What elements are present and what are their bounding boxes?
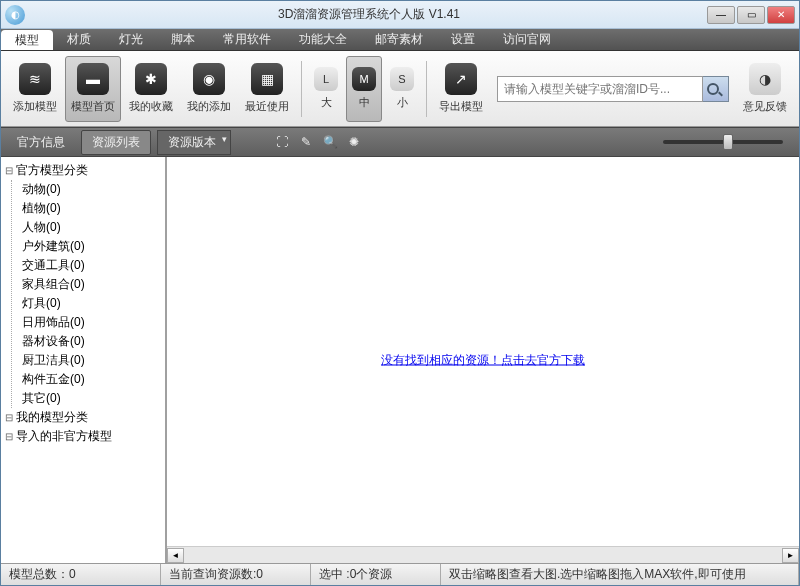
recent-button[interactable]: ▦ 最近使用 xyxy=(239,56,295,122)
titlebar: ◐ 3D溜溜资源管理系统个人版 V1.41 — ▭ ✕ xyxy=(1,1,799,29)
tree-item[interactable]: 灯具(0) xyxy=(20,294,163,313)
toolbar: ≋ 添加模型 ▬ 模型首页 ✱ 我的收藏 ◉ 我的添加 ▦ 最近使用 L 大 M… xyxy=(1,51,799,127)
l-icon: L xyxy=(314,67,338,91)
status-selected: 选中 :0个资源 xyxy=(311,564,441,585)
version-dropdown[interactable]: 资源版本 xyxy=(157,130,231,155)
horizontal-scrollbar[interactable]: ◄ ► xyxy=(167,546,799,563)
export-button[interactable]: ↗ 导出模型 xyxy=(433,56,489,122)
btn-label: 意见反馈 xyxy=(743,99,787,114)
tree-item[interactable]: 植物(0) xyxy=(20,199,163,218)
export-icon: ↗ xyxy=(445,63,477,95)
btn-label: 模型首页 xyxy=(71,99,115,114)
tree-item[interactable]: 日用饰品(0) xyxy=(20,313,163,332)
statusbar: 模型总数：0 当前查询资源数:0 选中 :0个资源 双击缩略图查看大图.选中缩略… xyxy=(1,563,799,585)
window-buttons: — ▭ ✕ xyxy=(707,6,795,24)
btn-label: 添加模型 xyxy=(13,99,57,114)
tree-root-imported[interactable]: 导入的非官方模型 xyxy=(3,427,163,446)
status-hint: 双击缩略图查看大图.选中缩略图拖入MAX软件,即可使用 xyxy=(441,564,799,585)
tree-children: 动物(0) 植物(0) 人物(0) 户外建筑(0) 交通工具(0) 家具组合(0… xyxy=(11,180,163,408)
size-medium-button[interactable]: M 中 xyxy=(346,56,382,122)
menu-tab-settings[interactable]: 设置 xyxy=(437,29,489,50)
feedback-button[interactable]: ◑ 意见反馈 xyxy=(737,56,793,122)
tree-root-official[interactable]: 官方模型分类 xyxy=(3,161,163,180)
s-icon: S xyxy=(390,67,414,91)
scroll-track[interactable] xyxy=(184,548,782,563)
size-large-button[interactable]: L 大 xyxy=(308,56,344,122)
download-link[interactable]: 没有找到相应的资源！点击去官方下载 xyxy=(381,353,585,367)
separator xyxy=(426,61,427,117)
category-sidebar: 官方模型分类 动物(0) 植物(0) 人物(0) 户外建筑(0) 交通工具(0)… xyxy=(1,157,167,563)
main-panel: 没有找到相应的资源！点击去官方下载 ◄ ► xyxy=(167,157,799,563)
btn-label: 最近使用 xyxy=(245,99,289,114)
rss-icon: ≋ xyxy=(19,63,51,95)
search-box xyxy=(497,76,729,102)
tree-root-my[interactable]: 我的模型分类 xyxy=(3,408,163,427)
tree-item[interactable]: 交通工具(0) xyxy=(20,256,163,275)
content-area: 官方模型分类 动物(0) 植物(0) 人物(0) 户外建筑(0) 交通工具(0)… xyxy=(1,157,799,563)
window-title: 3D溜溜资源管理系统个人版 V1.41 xyxy=(31,6,707,23)
tree-item[interactable]: 其它(0) xyxy=(20,389,163,408)
eyedropper-icon[interactable]: ✎ xyxy=(297,133,315,151)
favorites-button[interactable]: ✱ 我的收藏 xyxy=(123,56,179,122)
tree-item[interactable]: 动物(0) xyxy=(20,180,163,199)
maximize-button[interactable]: ▭ xyxy=(737,6,765,24)
menu-tab-website[interactable]: 访问官网 xyxy=(489,29,565,50)
tree-item[interactable]: 人物(0) xyxy=(20,218,163,237)
size-small-button[interactable]: S 小 xyxy=(384,56,420,122)
subtab-resources[interactable]: 资源列表 xyxy=(81,130,151,155)
bluetooth-icon: ✱ xyxy=(135,63,167,95)
tree-item[interactable]: 厨卫洁具(0) xyxy=(20,351,163,370)
my-added-button[interactable]: ◉ 我的添加 xyxy=(181,56,237,122)
menubar: 模型 材质 灯光 脚本 常用软件 功能大全 邮寄素材 设置 访问官网 xyxy=(1,29,799,51)
slider-thumb[interactable] xyxy=(723,134,733,150)
status-query: 当前查询资源数:0 xyxy=(161,564,311,585)
feedback-icon: ◑ xyxy=(749,63,781,95)
search-button[interactable] xyxy=(703,76,729,102)
recent-icon: ▦ xyxy=(251,63,283,95)
separator xyxy=(301,61,302,117)
model-home-button[interactable]: ▬ 模型首页 xyxy=(65,56,121,122)
m-icon: M xyxy=(352,67,376,91)
scroll-right-icon[interactable]: ► xyxy=(782,548,799,563)
menu-tab-functions[interactable]: 功能大全 xyxy=(285,29,361,50)
menu-tab-model[interactable]: 模型 xyxy=(1,30,53,50)
tree-item[interactable]: 户外建筑(0) xyxy=(20,237,163,256)
search-input[interactable] xyxy=(497,76,703,102)
globe-icon: ◉ xyxy=(193,63,225,95)
fullscreen-icon[interactable]: ⛶ xyxy=(273,133,291,151)
btn-label: 我的收藏 xyxy=(129,99,173,114)
add-model-button[interactable]: ≋ 添加模型 xyxy=(7,56,63,122)
sub-toolbar: 官方信息 资源列表 资源版本 ⛶ ✎ 🔍 ✺ xyxy=(1,127,799,157)
tree-item[interactable]: 构件五金(0) xyxy=(20,370,163,389)
btn-label: 导出模型 xyxy=(439,99,483,114)
close-button[interactable]: ✕ xyxy=(767,6,795,24)
menu-tab-software[interactable]: 常用软件 xyxy=(209,29,285,50)
settings-icon[interactable]: ✺ xyxy=(345,133,363,151)
btn-label: 小 xyxy=(397,95,408,110)
subtab-official[interactable]: 官方信息 xyxy=(7,131,75,154)
menu-tab-material[interactable]: 材质 xyxy=(53,29,105,50)
tree-item[interactable]: 家具组合(0) xyxy=(20,275,163,294)
empty-message: 没有找到相应的资源！点击去官方下载 xyxy=(381,352,585,369)
btn-label: 我的添加 xyxy=(187,99,231,114)
btn-label: 中 xyxy=(359,95,370,110)
minimize-button[interactable]: — xyxy=(707,6,735,24)
app-icon: ◐ xyxy=(5,5,25,25)
status-total: 模型总数：0 xyxy=(1,564,161,585)
zoom-slider[interactable] xyxy=(663,140,783,144)
folder-icon: ▬ xyxy=(77,63,109,95)
btn-label: 大 xyxy=(321,95,332,110)
menu-tab-light[interactable]: 灯光 xyxy=(105,29,157,50)
menu-tab-mail[interactable]: 邮寄素材 xyxy=(361,29,437,50)
scroll-left-icon[interactable]: ◄ xyxy=(167,548,184,563)
menu-tab-script[interactable]: 脚本 xyxy=(157,29,209,50)
tree-item[interactable]: 器材设备(0) xyxy=(20,332,163,351)
app-window: ◐ 3D溜溜资源管理系统个人版 V1.41 — ▭ ✕ 模型 材质 灯光 脚本 … xyxy=(0,0,800,586)
zoom-icon[interactable]: 🔍 xyxy=(321,133,339,151)
